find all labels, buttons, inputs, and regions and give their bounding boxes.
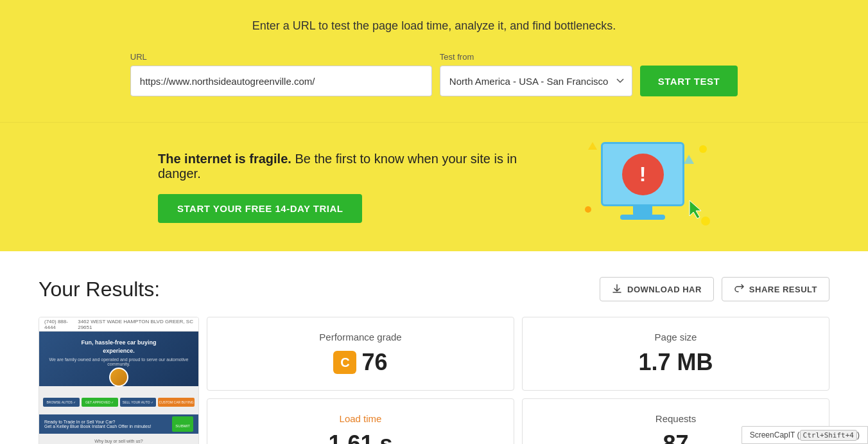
load-time-value: 1.61 s [328,431,392,444]
results-actions: DOWNLOAD HAR SHARE RESULT [600,277,829,301]
site-hero-text: Fun, hassle-free car buyingexperience. [81,339,156,355]
site-preview-card: (740) 888-4444 3462 WEST WADE HAMPTON BL… [39,317,199,444]
site-footer-text: Why buy or sell with us? [39,434,198,444]
url-form: URL Test from North America - USA - San … [0,52,868,96]
load-time-label: Load time [340,413,382,424]
performance-grade-label: Performance grade [319,332,401,342]
requests-label: Requests [655,413,696,424]
hero-section: Enter a URL to test the page load time, … [0,0,868,122]
url-input[interactable] [130,66,432,96]
download-har-button[interactable]: DOWNLOAD HAR [600,277,714,301]
tooltip-shortcut: Ctrl+Shift+4 [800,430,857,441]
svg-marker-0 [690,200,701,218]
deco-circle-2 [585,206,591,213]
download-har-label: DOWNLOAD HAR [627,285,702,294]
monitor-body: ! [601,142,684,206]
share-icon [734,284,744,294]
banner-illustration: ! [582,142,710,232]
site-btn-3: SELL YOUR AUTO ✓ [120,398,157,407]
site-bottom-text: Ready to Trade In or Sell Your Car?Get a… [44,420,151,429]
performance-grade-value: C 76 [333,349,387,376]
site-btn-4: CUSTOM CAR BUYING [158,398,195,407]
share-result-button[interactable]: SHARE RESULT [722,277,829,301]
requests-value: 87 [663,431,688,444]
performance-grade-card: Performance grade C 76 [207,317,514,391]
share-result-label: SHARE RESULT [749,285,817,294]
site-btn-2: GET APPROVED ✓ [82,398,118,407]
page-size-value: 1.7 MB [638,349,713,376]
grade-badge: C [333,351,356,374]
results-grid: (740) 888-4444 3462 WEST WADE HAMPTON BL… [39,317,829,444]
site-logo [109,368,128,387]
site-hero-area: Fun, hassle-free car buyingexperience. W… [39,332,198,386]
performance-number: 76 [361,349,387,376]
page-size-card: Page size 1.7 MB [522,317,829,391]
url-label: URL [130,52,147,62]
results-title: Your Results: [39,278,160,301]
banner-text: The internet is fragile. Be the first to… [158,152,543,181]
test-from-label: Test from [440,52,474,62]
site-hero-sub: We are family owned and operated and pro… [49,357,189,366]
hero-subtitle: Enter a URL to test the page load time, … [0,13,868,33]
site-top-bar: (740) 888-4444 3462 WEST WADE HAMPTON BL… [39,317,198,332]
site-btn-1: BROWSE AUTOS ✓ [43,398,80,407]
tooltip-app-name: ScreenCapIT [750,431,795,440]
download-icon [612,284,622,294]
deco-triangle-2 [588,142,597,150]
alert-icon: ! [622,154,664,195]
promo-banner: The internet is fragile. Be the first to… [0,122,868,251]
banner-text-side: The internet is fragile. Be the first to… [158,152,543,223]
site-buttons-row: BROWSE AUTOS ✓ GET APPROVED ✓ SELL YOUR … [39,386,198,409]
site-offer-btn: SUBMIT [172,416,193,432]
url-form-group: URL [130,52,432,96]
deco-circle-1 [699,145,707,153]
deco-triangle-1 [684,155,694,164]
load-time-card: Load time 1.61 s [207,398,514,444]
test-from-form-group: Test from North America - USA - San Fran… [440,52,632,96]
test-from-select[interactable]: North America - USA - San Francisco Euro… [440,66,632,96]
site-preview-image: (740) 888-4444 3462 WEST WADE HAMPTON BL… [39,317,198,444]
results-header: Your Results: DOWNLOAD HAR SHARE RESULT [39,277,829,301]
cursor-icon [687,199,705,222]
results-section: Your Results: DOWNLOAD HAR SHARE RESULT … [0,251,868,444]
start-test-button[interactable]: START TEST [640,66,738,96]
monitor-base [620,215,665,220]
banner-cta-button[interactable]: START YOUR FREE 14-DAY TRIAL [158,194,362,223]
banner-text-bold: The internet is fragile. [158,152,291,166]
screencapit-tooltip: ScreenCapIT (Ctrl+Shift+4) [742,426,868,444]
page-size-label: Page size [655,332,697,342]
site-bottom-strip: Ready to Trade In or Sell Your Car?Get a… [39,414,198,434]
